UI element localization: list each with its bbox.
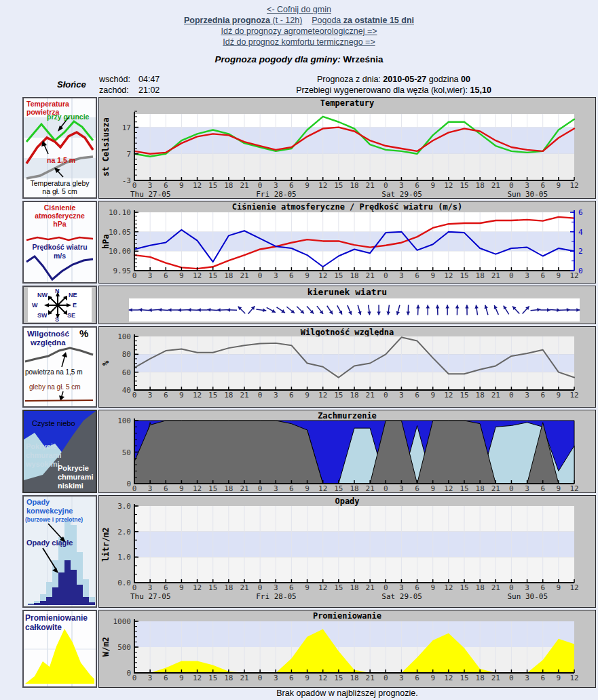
svg-text:6: 6 (415, 271, 419, 280)
svg-text:3: 3 (399, 674, 404, 682)
svg-text:2.0: 2.0 (117, 528, 131, 537)
sun-label: Słońce (57, 79, 86, 90)
svg-text:9: 9 (179, 674, 184, 682)
svg-text:9: 9 (557, 391, 561, 400)
legend-clouds: Czyste niebo Pokrycie chmurami wysokimi … (22, 410, 97, 493)
svg-text:9.95: 9.95 (113, 267, 132, 275)
svg-text:15: 15 (334, 181, 343, 190)
back-to-gmin-link[interactable]: <- Cofnij do gmin (267, 5, 331, 14)
agro-forecast-link[interactable]: Idź do prognozy agrometeorologicznej => (221, 26, 377, 36)
svg-text:0: 0 (132, 391, 137, 400)
svg-text:21: 21 (366, 181, 375, 190)
svg-text:3.0: 3.0 (117, 502, 131, 511)
svg-text:3: 3 (525, 271, 529, 280)
precip-legend-graphic (24, 497, 96, 606)
temperature-legend-graphic (24, 98, 96, 197)
svg-text:15: 15 (460, 674, 468, 682)
svg-text:9: 9 (305, 674, 310, 682)
svg-text:0: 0 (384, 484, 388, 492)
svg-text:4: 4 (578, 228, 583, 237)
svg-text:21: 21 (366, 484, 375, 492)
svg-text:12: 12 (569, 181, 578, 190)
svg-text:0.0: 0.0 (117, 579, 131, 587)
svg-text:12: 12 (569, 271, 578, 280)
svg-text:15: 15 (334, 484, 343, 492)
svg-text:18: 18 (476, 271, 485, 280)
clouds-chart: 1005000369121518210369121518210369121518… (99, 410, 595, 492)
weather-forecast-page: <- Cofnij do gmin Poprzednia prognoza (t… (0, 0, 598, 700)
svg-text:9: 9 (557, 674, 561, 682)
pressure-legend-graphic (24, 202, 96, 282)
svg-text:3: 3 (525, 674, 529, 682)
svg-text:12: 12 (569, 484, 578, 492)
legend-precip: Opady konwekcyjne (burzowe i przelotne) … (22, 495, 97, 608)
svg-text:Thu 27-05: Thu 27-05 (130, 592, 171, 601)
svg-text:50: 50 (122, 448, 131, 457)
sun-times: wschód:04:47 zachód:21:02 (99, 74, 160, 96)
gmina-name: Września (343, 54, 383, 64)
charts-column: Temperatury st Celsiusza 177-30369121518… (98, 97, 596, 690)
svg-text:9: 9 (179, 391, 184, 400)
thermal-comfort-link[interactable]: Idź do prognoz komfortu termicznego => (223, 37, 375, 47)
svg-text:9: 9 (430, 181, 435, 190)
svg-text:12: 12 (193, 674, 202, 682)
svg-text:6: 6 (164, 391, 168, 400)
chart-panel-pressure-wind: Ciśnienie atmosferyczne / Prędkość wiatr… (98, 201, 596, 284)
svg-text:0: 0 (126, 480, 131, 488)
svg-text:12: 12 (444, 583, 453, 592)
svg-text:6: 6 (164, 181, 168, 190)
svg-text:9: 9 (305, 583, 310, 592)
svg-text:18: 18 (224, 391, 233, 400)
sunrise-time: 04:47 (138, 75, 160, 84)
svg-text:0: 0 (384, 583, 388, 592)
svg-text:21: 21 (491, 583, 500, 592)
svg-text:18: 18 (350, 484, 358, 492)
svg-text:6: 6 (415, 484, 419, 492)
svg-text:80: 80 (122, 350, 131, 359)
svg-text:21: 21 (366, 583, 375, 592)
svg-text:18: 18 (350, 181, 358, 190)
svg-text:6: 6 (540, 484, 545, 492)
legend-sidebar: Temperaturapowietrza przy gruncie na 1,5… (22, 97, 97, 690)
svg-text:6: 6 (540, 674, 545, 682)
svg-text:18: 18 (476, 391, 485, 400)
svg-text:0: 0 (132, 181, 137, 190)
svg-text:6: 6 (415, 583, 419, 592)
svg-text:18: 18 (224, 583, 233, 592)
svg-text:2: 2 (578, 247, 583, 256)
svg-text:0: 0 (384, 674, 388, 682)
precipitation-chart: 3.02.01.00.00369121518210369121518210369… (99, 496, 595, 607)
svg-text:15: 15 (208, 583, 217, 592)
legend-radiation: Promieniowanie całkowite (22, 610, 97, 688)
svg-text:3: 3 (274, 181, 278, 190)
svg-text:18: 18 (476, 674, 485, 682)
svg-text:0: 0 (258, 181, 263, 190)
svg-text:18: 18 (350, 583, 358, 592)
wind-direction-chart (99, 286, 595, 324)
svg-text:17: 17 (122, 123, 131, 132)
svg-text:21: 21 (240, 583, 248, 592)
svg-text:18: 18 (224, 181, 233, 190)
svg-text:0: 0 (258, 583, 263, 592)
last-15-days-link[interactable]: Pogoda za ostatnie 15 dni (312, 16, 414, 25)
svg-text:6: 6 (164, 583, 168, 592)
svg-text:0: 0 (509, 391, 514, 400)
svg-text:6: 6 (289, 583, 294, 592)
svg-text:12: 12 (569, 674, 578, 682)
forecast-hour: 00 (461, 75, 470, 84)
chart-panel-humidity: Wilgotność względna % 100806040036912151… (98, 326, 596, 408)
svg-text:Fri 28-05: Fri 28-05 (256, 190, 297, 198)
svg-text:9: 9 (557, 484, 561, 492)
svg-text:3: 3 (399, 271, 404, 280)
previous-forecast-link[interactable]: Poprzednia prognoza (t - 12h) (184, 16, 302, 25)
svg-text:3: 3 (525, 181, 529, 190)
svg-text:12: 12 (318, 391, 327, 400)
svg-text:12: 12 (444, 181, 453, 190)
svg-text:10.10: 10.10 (109, 208, 131, 217)
svg-text:0: 0 (258, 484, 263, 492)
svg-text:6: 6 (289, 391, 294, 400)
svg-text:9: 9 (430, 391, 435, 400)
svg-text:0: 0 (132, 484, 137, 492)
svg-text:3: 3 (399, 181, 404, 190)
svg-text:6: 6 (289, 674, 294, 682)
